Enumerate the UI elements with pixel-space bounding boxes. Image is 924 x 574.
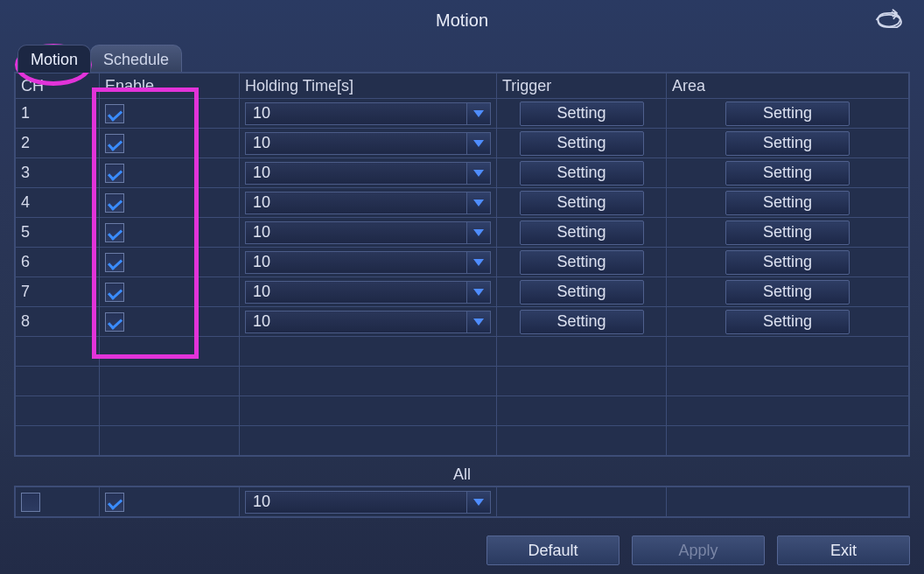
all-select-checkbox[interactable] (21, 493, 40, 512)
table-row-empty (16, 426, 909, 456)
area-setting-button[interactable]: Setting (725, 220, 850, 245)
trigger-setting-button[interactable]: Setting (520, 220, 644, 245)
svg-marker-7 (473, 318, 484, 326)
col-area: Area (667, 74, 909, 99)
cell-ch: 6 (16, 248, 100, 277)
cell-ch: 1 (16, 99, 100, 129)
col-holding: Holding Time[s] (240, 74, 497, 99)
area-setting-button[interactable]: Setting (725, 191, 850, 215)
holding-time-dropdown[interactable]: 10 (245, 162, 491, 185)
svg-marker-8 (473, 499, 484, 506)
dropdown-arrow-icon (466, 163, 490, 184)
dropdown-arrow-icon (466, 133, 490, 154)
holding-time-value: 10 (246, 193, 466, 212)
table-row-empty (16, 337, 909, 367)
holding-time-dropdown[interactable]: 10 (245, 221, 491, 244)
default-button[interactable]: Default (486, 536, 620, 565)
col-trigger: Trigger (497, 74, 667, 99)
exit-button[interactable]: Exit (777, 536, 910, 565)
table-row: 410SettingSetting (16, 188, 909, 218)
holding-time-value: 10 (246, 164, 466, 182)
holding-time-dropdown[interactable]: 10 (245, 251, 491, 274)
area-setting-button[interactable]: Setting (725, 280, 850, 304)
holding-time-value: 10 (246, 312, 466, 331)
area-setting-button[interactable]: Setting (725, 310, 850, 334)
trigger-setting-button[interactable]: Setting (520, 161, 644, 186)
table-row: 310SettingSetting (16, 158, 909, 188)
channel-motion-table: CH Enable Holding Time[s] Trigger Area 1… (14, 72, 910, 457)
area-setting-button[interactable]: Setting (725, 102, 850, 126)
cell-ch: 5 (16, 218, 100, 248)
cell-ch: 2 (16, 129, 100, 158)
col-enable: Enable (100, 74, 240, 99)
svg-marker-3 (473, 200, 484, 206)
trigger-setting-button[interactable]: Setting (520, 102, 644, 126)
svg-marker-4 (473, 229, 484, 236)
back-arrow-icon (873, 9, 905, 32)
svg-marker-0 (473, 110, 484, 117)
holding-time-dropdown[interactable]: 10 (245, 102, 491, 125)
dropdown-arrow-icon (466, 312, 490, 332)
dropdown-arrow-icon (466, 282, 490, 303)
area-setting-button[interactable]: Setting (725, 131, 850, 156)
cell-ch: 4 (16, 188, 100, 218)
holding-time-value: 10 (246, 283, 466, 301)
dropdown-arrow-icon (466, 492, 490, 513)
area-setting-button[interactable]: Setting (725, 250, 850, 275)
tab-schedule[interactable]: Schedule (90, 45, 182, 73)
enable-checkbox[interactable] (105, 134, 124, 153)
holding-time-dropdown[interactable]: 10 (245, 192, 491, 214)
svg-marker-6 (473, 289, 484, 296)
holding-time-value: 10 (246, 134, 466, 152)
table-row-empty (16, 396, 909, 426)
holding-time-value: 10 (246, 104, 466, 122)
dropdown-arrow-icon (466, 222, 490, 243)
svg-marker-1 (473, 140, 484, 147)
holding-time-dropdown[interactable]: 10 (245, 311, 491, 333)
holding-time-dropdown[interactable]: 10 (245, 281, 491, 304)
enable-checkbox[interactable] (105, 193, 124, 213)
trigger-setting-button[interactable]: Setting (520, 131, 644, 156)
enable-checkbox[interactable] (105, 164, 124, 183)
enable-checkbox[interactable] (105, 104, 124, 123)
trigger-setting-button[interactable]: Setting (520, 191, 644, 215)
tab-motion[interactable]: Motion (18, 45, 91, 73)
dropdown-arrow-icon (466, 103, 490, 124)
trigger-setting-button[interactable]: Setting (520, 280, 644, 304)
enable-checkbox[interactable] (105, 223, 124, 242)
enable-checkbox[interactable] (105, 312, 124, 332)
cell-ch: 7 (16, 277, 100, 307)
apply-button[interactable]: Apply (632, 536, 765, 565)
table-row: 510SettingSetting (16, 218, 909, 248)
table-row: 710SettingSetting (16, 277, 909, 307)
all-holding-value: 10 (246, 493, 466, 511)
all-enable-checkbox[interactable] (105, 493, 124, 512)
holding-time-value: 10 (246, 223, 466, 242)
area-setting-button[interactable]: Setting (725, 161, 850, 186)
footer-button-bar: Default Apply Exit (486, 536, 910, 565)
tab-bar: Motion Schedule (0, 40, 924, 72)
back-button[interactable] (873, 9, 908, 33)
motion-window: Motion Motion Schedule CH Enable Holdi (0, 0, 924, 574)
enable-checkbox[interactable] (105, 253, 124, 272)
enable-checkbox[interactable] (105, 283, 124, 302)
holding-time-value: 10 (246, 253, 466, 271)
table-header-row: CH Enable Holding Time[s] Trigger Area (16, 74, 909, 99)
trigger-setting-button[interactable]: Setting (520, 310, 644, 334)
dropdown-arrow-icon (466, 192, 490, 214)
table-row: 110SettingSetting (16, 99, 909, 129)
all-holding-dropdown[interactable]: 10 (245, 491, 491, 514)
all-row: 10 (16, 487, 909, 517)
title-bar: Motion (0, 0, 924, 40)
table-row: 610SettingSetting (16, 248, 909, 277)
trigger-setting-button[interactable]: Setting (520, 250, 644, 275)
all-section: All 10 (14, 462, 910, 518)
table-row: 210SettingSetting (16, 129, 909, 158)
table-row-empty (16, 367, 909, 396)
holding-time-dropdown[interactable]: 10 (245, 132, 491, 155)
col-ch: CH (16, 74, 100, 99)
cell-ch: 3 (16, 158, 100, 188)
svg-marker-5 (473, 259, 484, 266)
all-label: All (14, 462, 910, 486)
svg-marker-2 (473, 170, 484, 177)
